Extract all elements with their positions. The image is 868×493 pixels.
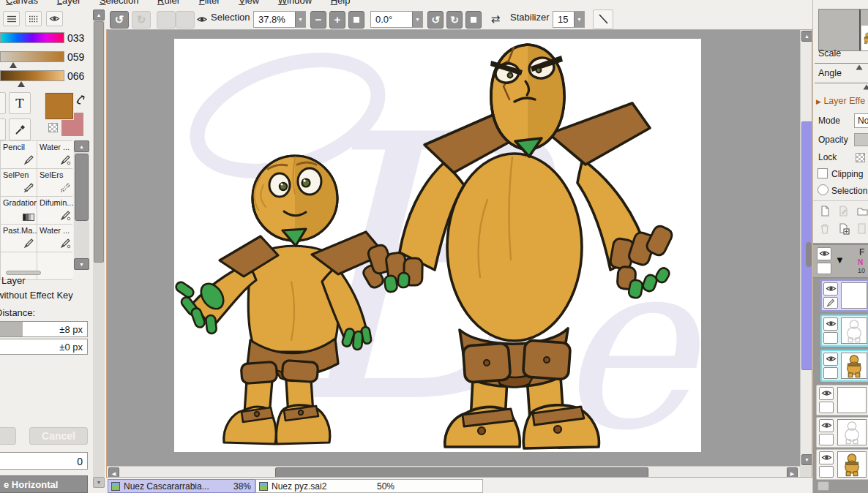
menu-help[interactable]: Help — [331, 0, 351, 8]
new-folder-button[interactable] — [857, 206, 868, 218]
ok-button[interactable] — [0, 427, 16, 445]
layer-visibility-toggle[interactable] — [823, 353, 838, 366]
amount-field[interactable]: 0 — [0, 452, 88, 470]
tool-difumin[interactable]: Difumin... — [37, 197, 73, 224]
chevron-down-icon[interactable]: ▼ — [295, 12, 305, 27]
layer-row-color-top[interactable] — [820, 350, 868, 382]
angle-slider[interactable] — [815, 83, 868, 83]
scrollbar-thumb[interactable] — [75, 154, 89, 221]
folder-expand-icon[interactable]: ▼ — [835, 255, 845, 266]
undo-button[interactable]: ↺ — [110, 11, 129, 29]
tool-selers[interactable]: SelErs — [37, 169, 73, 196]
selection-radio[interactable] — [818, 184, 828, 195]
lock-transparency-toggle[interactable] — [856, 153, 865, 162]
layer-effect-header[interactable]: ▶ Layer Effe — [816, 96, 865, 106]
angle-slider-marker[interactable] — [864, 84, 868, 89]
canvas-viewport[interactable]: B e — [106, 29, 812, 478]
layer-row-folder[interactable]: ▼ F N 10 — [813, 244, 868, 278]
canvas-hscrollbar[interactable]: ◀ ▶ — [107, 466, 800, 478]
tool-pencil[interactable]: Pencil — [1, 141, 37, 168]
layer-visibility-toggle[interactable] — [823, 317, 838, 331]
scrollbar-thumb[interactable] — [94, 21, 104, 263]
history-back-button[interactable] — [157, 11, 176, 29]
layer-pen-badge[interactable] — [823, 297, 838, 309]
flip-horizontal-bar[interactable]: e Horizontal — [0, 475, 88, 493]
transparency-swatch[interactable] — [48, 123, 58, 132]
zoom-out-button[interactable]: − — [310, 11, 326, 29]
layer-visibility-toggle[interactable] — [819, 451, 834, 464]
clipping-checkbox[interactable] — [818, 168, 828, 178]
primary-color-swatch[interactable] — [45, 93, 73, 119]
scroll-down-button[interactable]: ▼ — [801, 454, 812, 465]
layer-visibility-toggle[interactable] — [823, 282, 838, 296]
swap-colors-icon[interactable] — [75, 94, 86, 108]
luminance-slider-marker[interactable] — [18, 81, 25, 87]
new-vector-layer-button[interactable] — [839, 206, 848, 219]
panel-lines-button[interactable] — [3, 11, 20, 26]
tool-palette-scrollbar[interactable]: ▲ ▼ — [74, 140, 89, 270]
layer-visibility-toggle[interactable] — [819, 419, 834, 432]
tool-water[interactable]: Water ... — [37, 141, 73, 168]
redo-button[interactable]: ↻ — [132, 11, 151, 29]
color-wheel-button[interactable] — [0, 92, 6, 114]
rotate-ccw-button[interactable]: ↺ — [427, 11, 444, 29]
menu-view[interactable]: View — [239, 0, 259, 8]
duplicate-layer-button[interactable] — [839, 223, 850, 237]
layer-row-linework[interactable] — [820, 279, 868, 312]
left-panel-scrollbar[interactable]: ▲ ▼ — [93, 10, 105, 488]
menu-layer[interactable]: Layer — [57, 0, 81, 8]
layer-checkbox[interactable] — [823, 367, 838, 379]
scroll-up-button[interactable]: ▲ — [93, 10, 105, 20]
cancel-button[interactable]: Cancel — [29, 427, 88, 445]
rotate-reset-button[interactable] — [465, 11, 482, 29]
layer-checkbox[interactable] — [819, 434, 834, 445]
tool-pastma[interactable]: Past.Ma... — [1, 225, 37, 252]
layer-visibility-toggle[interactable] — [817, 247, 831, 260]
new-layer-button[interactable] — [820, 206, 830, 219]
panel-splitter-handle[interactable] — [806, 242, 812, 267]
tab-nuez-cascararrabia[interactable]: Nuez Cascararrabia... 38% — [108, 479, 255, 493]
layer-row-color[interactable] — [816, 449, 868, 480]
tool-gradation[interactable]: Gradation — [1, 197, 37, 224]
eyedropper-button[interactable] — [9, 118, 31, 140]
stabilizer-dropdown[interactable]: 15 ▼ — [553, 11, 585, 28]
menu-window[interactable]: Window — [278, 0, 312, 8]
layer-list-scroll-button[interactable] — [818, 481, 829, 491]
panel-dotted-button[interactable] — [25, 11, 42, 26]
selection-eye-icon[interactable] — [196, 15, 208, 23]
mode-dropdown[interactable]: No — [854, 113, 868, 128]
line-tool-button[interactable] — [593, 10, 613, 29]
menu-filter[interactable]: Filter — [199, 0, 220, 8]
layer-row-sketch[interactable] — [816, 417, 868, 448]
tool-selpen[interactable]: SelPen — [1, 169, 37, 196]
scroll-up-button[interactable]: ▲ — [74, 140, 89, 152]
scroll-left-button[interactable]: ◀ — [108, 467, 119, 478]
distance-fuzzy-field[interactable]: ±8 px — [0, 321, 88, 337]
delete-layer-button[interactable] — [820, 223, 829, 236]
layer-row-sketch-top[interactable] — [820, 315, 868, 347]
distance-offset-field[interactable]: ±0 px — [0, 339, 88, 355]
chevron-down-icon[interactable]: ▼ — [412, 12, 422, 27]
tab-nuez-pyz[interactable]: Nuez pyz.sai2 50% — [255, 479, 483, 493]
saturation-slider[interactable] — [0, 51, 64, 62]
opacity-slider[interactable] — [854, 133, 868, 146]
chevron-down-icon[interactable]: ▼ — [574, 12, 584, 27]
scroll-right-button[interactable]: ▶ — [787, 467, 798, 478]
layer-checkbox[interactable] — [823, 332, 838, 344]
layer-checkbox[interactable] — [819, 402, 834, 413]
saturation-slider-marker[interactable] — [10, 62, 17, 68]
menu-canvas[interactable]: Canvas — [6, 0, 38, 8]
panel-eye-button[interactable] — [46, 11, 63, 26]
scale-slider[interactable] — [815, 63, 868, 64]
scroll-down-button[interactable]: ▼ — [93, 477, 105, 488]
hue-slider[interactable] — [0, 32, 64, 43]
zoom-reset-button[interactable] — [348, 11, 364, 29]
menu-ruler[interactable]: Ruler — [157, 0, 180, 8]
flip-button[interactable]: ⇄ — [486, 11, 505, 29]
layer-visibility-toggle[interactable] — [819, 387, 834, 400]
scroll-up-button[interactable]: ▲ — [801, 31, 812, 42]
scrollbar-thumb[interactable] — [275, 467, 648, 478]
text-tool-button[interactable]: T — [9, 92, 31, 114]
zoom-in-button[interactable]: + — [329, 11, 345, 29]
layer-checkbox[interactable] — [817, 263, 831, 274]
